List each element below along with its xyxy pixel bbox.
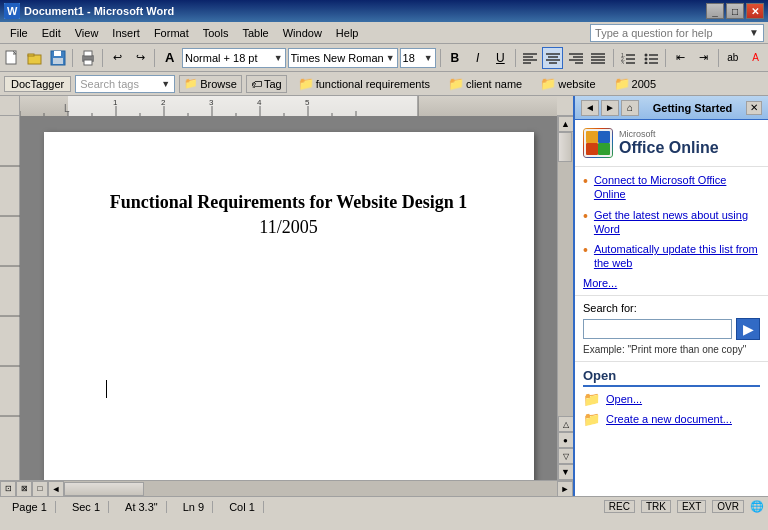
h-scroll-thumb[interactable] — [64, 482, 144, 496]
minimize-button[interactable]: _ — [706, 3, 724, 19]
breadcrumb-2005[interactable]: 📁 2005 — [607, 75, 663, 93]
open-button[interactable] — [25, 47, 46, 69]
open-link[interactable]: 📁 Open... — [583, 391, 760, 407]
svg-text:3.: 3. — [621, 60, 625, 64]
panel-forward-button[interactable]: ► — [601, 100, 619, 116]
menu-window[interactable]: Window — [277, 25, 328, 41]
font-dropdown[interactable]: Times New Roman ▼ — [288, 48, 398, 68]
close-button[interactable]: ✕ — [746, 3, 764, 19]
page-view-1[interactable]: ⊡ — [0, 481, 16, 497]
menu-help[interactable]: Help — [330, 25, 365, 41]
browse-label: Browse — [200, 78, 237, 90]
h-scroll-track[interactable] — [64, 481, 557, 497]
align-center-button[interactable] — [542, 47, 563, 69]
new-button[interactable] — [2, 47, 23, 69]
title-bar-left: W Document1 - Microsoft Word — [4, 3, 174, 19]
align-left-button[interactable] — [520, 47, 541, 69]
menu-file[interactable]: File — [4, 25, 34, 41]
scroll-up-button[interactable]: ▲ — [558, 116, 574, 132]
link-connect[interactable]: • Connect to Microsoft Office Online — [583, 173, 760, 202]
browse-button[interactable]: 📁 Browse — [179, 75, 242, 93]
scroll-left-button[interactable]: ◄ — [48, 481, 64, 497]
menu-table[interactable]: Table — [236, 25, 274, 41]
create-new-link-text[interactable]: Create a new document... — [606, 413, 732, 425]
print-button[interactable] — [77, 47, 98, 69]
maximize-button[interactable]: □ — [726, 3, 744, 19]
svg-point-37 — [644, 61, 647, 64]
create-new-link[interactable]: 📁 Create a new document... — [583, 411, 760, 427]
decrease-indent-button[interactable]: ⇤ — [670, 47, 691, 69]
font-color-button[interactable]: A — [745, 47, 766, 69]
badge-ext: EXT — [677, 500, 706, 513]
separator-5 — [515, 49, 516, 67]
doctagger-label[interactable]: DocTagger — [4, 76, 71, 92]
redo-button[interactable]: ↪ — [130, 47, 151, 69]
open-link-text[interactable]: Open... — [606, 393, 642, 405]
italic-button[interactable]: I — [467, 47, 488, 69]
link-update[interactable]: • Automatically update this list from th… — [583, 242, 760, 271]
menu-view[interactable]: View — [69, 25, 105, 41]
breadcrumb-functional-requirements[interactable]: 📁 functional requirements — [291, 75, 437, 93]
font-size-decrease[interactable]: A — [159, 47, 180, 69]
highlight-button[interactable]: ab — [723, 47, 744, 69]
justify-button[interactable] — [588, 47, 609, 69]
panel-close-button[interactable]: ✕ — [746, 101, 762, 115]
link-text-2[interactable]: Get the latest news about using Word — [594, 208, 760, 237]
page-view-3[interactable]: □ — [32, 481, 48, 497]
style-dropdown[interactable]: Normal + 18 pt ▼ — [182, 48, 286, 68]
scroll-right-button[interactable]: ► — [557, 481, 573, 497]
tag-button[interactable]: 🏷 Tag — [246, 75, 287, 93]
scroll-page-up[interactable]: △ — [558, 416, 574, 432]
svg-rect-75 — [598, 143, 610, 155]
link-text-3[interactable]: Automatically update this list from the … — [594, 242, 760, 271]
separator-4 — [440, 49, 441, 67]
page-view-2[interactable]: ⊠ — [16, 481, 32, 497]
search-example: Example: "Print more than one copy" — [583, 344, 760, 355]
numbering-button[interactable]: 1.2.3. — [618, 47, 639, 69]
more-link[interactable]: More... — [583, 277, 760, 289]
underline-button[interactable]: U — [490, 47, 511, 69]
size-dropdown[interactable]: 18 ▼ — [400, 48, 436, 68]
doc-page[interactable]: Functional Requirements for Website Desi… — [44, 132, 534, 480]
status-line: Ln 9 — [175, 501, 213, 513]
bullets-button[interactable] — [640, 47, 661, 69]
scroll-select[interactable]: ● — [558, 432, 574, 448]
breadcrumb-website[interactable]: 📁 website — [533, 75, 602, 93]
help-box: ▼ — [590, 24, 764, 42]
bold-button[interactable]: B — [445, 47, 466, 69]
save-button[interactable] — [48, 47, 69, 69]
menu-edit[interactable]: Edit — [36, 25, 67, 41]
scroll-thumb[interactable] — [558, 132, 572, 162]
help-input[interactable] — [595, 27, 745, 39]
menu-tools[interactable]: Tools — [197, 25, 235, 41]
doc-page-area[interactable]: Functional Requirements for Website Desi… — [20, 116, 557, 480]
search-go-arrow-icon: ▶ — [743, 321, 754, 337]
scroll-page-down[interactable]: ▽ — [558, 448, 574, 464]
panel-home-button[interactable]: ⌂ — [621, 100, 639, 116]
toolbar: ↩ ↪ A Normal + 18 pt ▼ Times New Roman ▼… — [0, 44, 768, 72]
scroll-track[interactable] — [558, 132, 574, 416]
font-dropdown-arrow: ▼ — [386, 53, 395, 63]
search-tags-text: Search tags — [80, 78, 139, 90]
vertical-scrollbar[interactable]: ▲ △ ● ▽ ▼ — [557, 116, 573, 480]
link-text-1[interactable]: Connect to Microsoft Office Online — [594, 173, 760, 202]
ruler: 1 2 3 4 5 — [0, 96, 573, 116]
title-bar: W Document1 - Microsoft Word _ □ ✕ — [0, 0, 768, 22]
align-right-button[interactable] — [565, 47, 586, 69]
panel-back-button[interactable]: ◄ — [581, 100, 599, 116]
increase-indent-button[interactable]: ⇥ — [693, 47, 714, 69]
menu-format[interactable]: Format — [148, 25, 195, 41]
undo-button[interactable]: ↩ — [107, 47, 128, 69]
menu-insert[interactable]: Insert — [106, 25, 146, 41]
main-area: 1 2 3 4 5 — [0, 96, 768, 496]
breadcrumb-client-name[interactable]: 📁 client name — [441, 75, 529, 93]
link-news[interactable]: • Get the latest news about using Word — [583, 208, 760, 237]
left-ruler: 1 2 3 — [0, 116, 20, 480]
app-title: Document1 - Microsoft Word — [24, 5, 174, 17]
search-go-button[interactable]: ▶ — [736, 318, 760, 340]
search-field[interactable] — [583, 319, 732, 339]
scroll-down-button[interactable]: ▼ — [558, 464, 574, 480]
horizontal-scrollbar[interactable]: ⊡ ⊠ □ ◄ ► — [0, 480, 573, 496]
size-dropdown-arrow: ▼ — [424, 53, 433, 63]
menu-bar: File Edit View Insert Format Tools Table… — [0, 22, 768, 44]
